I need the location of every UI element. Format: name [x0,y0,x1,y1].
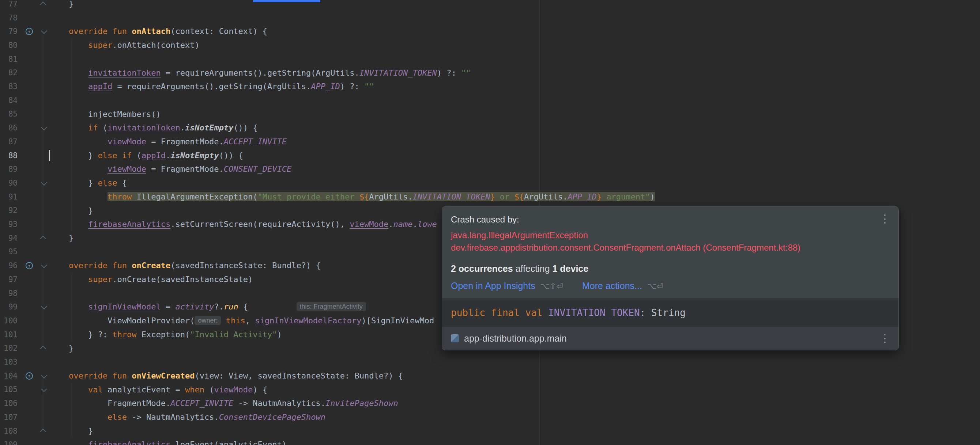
code-text[interactable]: if (invitationToken.isNotEmpty()) { [51,121,258,135]
fold-expand-icon[interactable] [40,2,46,8]
code-text[interactable]: } [51,0,73,11]
line-number[interactable]: 77 [0,0,22,8]
code-line: 77} [0,0,980,11]
line-number[interactable]: 100 [0,317,22,325]
line-number[interactable]: 105 [0,385,22,394]
text-caret [49,150,50,161]
active-tab-indicator[interactable] [253,0,320,2]
line-number[interactable]: 79 [0,27,22,36]
line-number[interactable]: 88 [0,151,22,160]
crash-info-section: Crash caused by: ⋮ java.lang.IllegalArgu… [442,206,899,298]
open-in-app-insights-link[interactable]: Open in App Insights [451,280,535,291]
code-text[interactable]: else -> NautmAnalytics.ConsentDevicePage… [51,410,325,424]
module-name: app-distribution.app.main [464,333,567,344]
kebab-menu-icon[interactable]: ⋮ [880,332,891,345]
code-line: 109 firebaseAnalytics.logEvent(analyticE… [0,438,980,445]
code-text[interactable]: override fun onAttach(context: Context) … [51,24,267,38]
overriding-method-icon[interactable]: ↑ [25,372,33,380]
line-number[interactable]: 92 [0,206,22,215]
crash-popup: Crash caused by: ⋮ java.lang.IllegalArgu… [442,206,899,350]
line-number[interactable]: 87 [0,137,22,146]
code-text[interactable]: } else { [51,176,127,190]
line-number[interactable]: 108 [0,427,22,435]
code-text[interactable]: invitationToken = requireArguments().get… [51,66,471,80]
stack-frame-link[interactable]: dev.firebase.appdistribution.consent.Con… [451,241,890,254]
line-number[interactable]: 98 [0,289,22,298]
line-number[interactable]: 102 [0,344,22,353]
line-number[interactable]: 99 [0,302,22,311]
code-text[interactable]: throw IllegalArgumentException("Must pro… [51,190,655,204]
open-shortcut-hint: ⌥⇧⏎ [541,282,563,291]
line-number[interactable]: 104 [0,372,22,380]
code-line: 103 [0,355,980,369]
fold-collapse-icon[interactable] [41,179,47,185]
code-text[interactable]: viewMode = FragmentMode.ACCEPT_INVITE [51,135,287,149]
code-text[interactable]: } ?: throw Exception("Invalid Activity") [51,328,282,342]
line-number[interactable]: 91 [0,193,22,201]
fold-expand-icon[interactable] [40,236,46,242]
line-number[interactable]: 109 [0,440,22,445]
fold-expand-icon[interactable] [40,428,46,434]
code-line: 88 } else if (appId.isNotEmpty()) { [0,149,980,163]
overriding-method-icon[interactable]: ↑ [25,28,33,35]
code-text[interactable]: } [51,424,93,438]
declaration-preview: public final val INVITATION_TOKEN: Strin… [442,298,899,327]
code-text[interactable]: } [51,204,93,218]
line-number[interactable]: 96 [0,261,22,270]
code-text[interactable]: } [51,231,73,245]
kebab-menu-icon[interactable]: ⋮ [880,212,891,225]
code-text[interactable]: super.onAttach(context) [51,38,200,52]
line-number[interactable]: 86 [0,124,22,132]
code-line: 90 } else { [0,176,980,190]
occurrence-summary: 2 occurrences affecting 1 device [451,263,890,274]
line-number[interactable]: 103 [0,358,22,366]
code-text[interactable]: override fun onCreate(savedInstanceState… [51,259,321,272]
fold-collapse-icon[interactable] [41,28,47,34]
code-text[interactable]: val analyticEvent = when (viewMode) { [51,383,267,397]
line-number[interactable]: 81 [0,55,22,63]
code-line: 108 } [0,424,980,438]
line-number[interactable]: 83 [0,82,22,91]
code-text[interactable]: signInViewModel = activity?.run { this: … [51,300,366,314]
code-text[interactable]: viewMode = FragmentMode.CONSENT_DEVICE [51,162,291,176]
line-number[interactable]: 101 [0,330,22,339]
line-number[interactable]: 97 [0,275,22,284]
fold-collapse-icon[interactable] [41,386,47,393]
line-number[interactable]: 89 [0,165,22,174]
code-text[interactable]: firebaseAnalytics.setCurrentScreen(requi… [51,217,437,231]
code-text[interactable]: } else if (appId.isNotEmpty()) { [51,149,243,163]
fold-collapse-icon[interactable] [41,372,47,378]
overriding-method-icon[interactable]: ↑ [25,262,33,269]
code-line: 87 viewMode = FragmentMode.ACCEPT_INVITE [0,135,980,149]
code-line: 81 [0,52,980,66]
code-text[interactable]: firebaseAnalytics.logEvent(analyticEvent… [51,438,287,445]
fold-expand-icon[interactable] [40,345,46,352]
line-number[interactable]: 85 [0,109,22,118]
ide-editor: 77}7879↑override fun onAttach(context: C… [0,0,980,445]
line-number[interactable]: 80 [0,41,22,50]
code-text[interactable]: override fun onViewCreated(view: View, s… [51,369,403,383]
code-text[interactable]: } [51,342,73,355]
fold-collapse-icon[interactable] [41,262,47,268]
line-number[interactable]: 107 [0,413,22,421]
line-number[interactable]: 90 [0,179,22,187]
code-text[interactable]: FragmentMode.ACCEPT_INVITE -> NautmAnaly… [51,396,398,410]
code-text[interactable]: injectMembers() [51,108,161,121]
code-line: 105 val analyticEvent = when (viewMode) … [0,383,980,397]
more-shortcut-hint: ⌥⏎ [647,282,663,291]
line-number[interactable]: 84 [0,96,22,105]
line-number[interactable]: 78 [0,14,22,22]
line-number[interactable]: 95 [0,247,22,256]
code-text[interactable]: super.onCreate(savedInstanceState) [51,272,253,287]
line-number[interactable]: 106 [0,399,22,408]
line-number[interactable]: 82 [0,68,22,77]
line-number[interactable]: 93 [0,220,22,229]
more-actions-link[interactable]: More actions... [582,280,642,291]
code-line: 84 [0,93,980,108]
code-text[interactable]: ViewModelProvider(owner: this, signInVie… [51,314,434,328]
fold-collapse-icon[interactable] [41,124,47,130]
crash-caused-by-label: Crash caused by: [451,214,519,224]
fold-collapse-icon[interactable] [41,303,47,309]
code-text[interactable]: appId = requireArguments().getString(Arg… [51,80,374,93]
line-number[interactable]: 94 [0,234,22,242]
